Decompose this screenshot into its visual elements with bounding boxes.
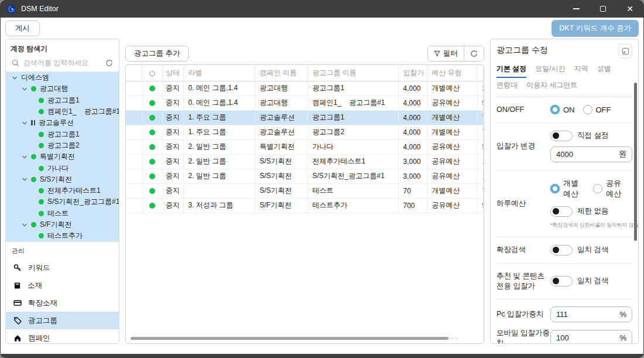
horizontal-scrollbar-thumb[interactable] bbox=[131, 337, 448, 340]
tab-성별[interactable]: 성별 bbox=[597, 63, 611, 78]
radio-shared-budget[interactable] bbox=[593, 184, 602, 193]
tree-item[interactable]: 가나다 bbox=[6, 162, 119, 173]
material-icon bbox=[13, 282, 21, 289]
tree-item[interactable]: 디에스엠 bbox=[6, 72, 119, 83]
table-row[interactable]: 중지0. 메인 그룹,1.4광고대행광고그룹14,000개별예산3 bbox=[126, 81, 484, 96]
tree-item[interactable]: 광고그룹1 bbox=[6, 95, 119, 106]
panel-vertical-scrollbar[interactable] bbox=[634, 83, 637, 241]
table-cell: 광고그룹1 bbox=[307, 81, 398, 96]
sidebar-item-키워드[interactable]: 키워드 bbox=[6, 259, 119, 277]
table-cell: 7 bbox=[477, 183, 484, 198]
tree-item[interactable]: S/S기획전_광고그룹#1 bbox=[6, 196, 119, 207]
radio-individual-budget[interactable] bbox=[550, 184, 560, 193]
key-icon bbox=[13, 264, 22, 272]
tab-요일/시간[interactable]: 요일/시간 bbox=[535, 63, 565, 78]
publish-button[interactable]: 게시 bbox=[5, 21, 40, 36]
tab-연령대[interactable]: 연령대 bbox=[496, 79, 518, 93]
tree-item[interactable]: 캠페인1_ 광고그룹#1 bbox=[6, 106, 119, 117]
account-search-bar bbox=[6, 57, 119, 72]
table-row[interactable]: 중지0. 메인 그룹,1.4광고대행캠페인1_ 광고그룹#14,000공유예산5 bbox=[126, 96, 484, 110]
search-input[interactable] bbox=[23, 59, 101, 67]
table-row[interactable]: 중지S/S기획전테스트70개별예산7 bbox=[126, 183, 484, 198]
table-cell: 4,000 bbox=[398, 125, 427, 139]
expand-panel-button[interactable] bbox=[618, 44, 632, 58]
bid-change-toggle[interactable] bbox=[550, 131, 573, 141]
table-cell: 중지 bbox=[162, 81, 183, 96]
tree-item[interactable]: 전체추가테스트1 bbox=[6, 185, 119, 196]
tree-item[interactable]: 광고그룹1 bbox=[6, 128, 119, 139]
row-status-dot bbox=[142, 125, 162, 139]
tree-item[interactable]: 광고대행 bbox=[6, 83, 119, 94]
radio-off[interactable] bbox=[583, 105, 592, 114]
tree-item[interactable]: 특별기획전 bbox=[6, 151, 119, 162]
search-refresh-button[interactable] bbox=[105, 59, 113, 67]
column-header[interactable]: 상태 bbox=[162, 65, 183, 81]
table-cell: 중지 bbox=[162, 139, 183, 154]
column-header[interactable] bbox=[477, 65, 484, 81]
mobile-weight-label: 모바일 입찰가중치 bbox=[496, 328, 550, 344]
column-header[interactable] bbox=[142, 65, 162, 81]
status-on-icon bbox=[31, 222, 36, 227]
currency-suffix: 원 bbox=[619, 149, 626, 159]
content-bid-toggle[interactable] bbox=[550, 276, 573, 287]
table-cell: S/F기획전 bbox=[255, 198, 307, 213]
sidebar-item-소재[interactable]: 소재 bbox=[6, 277, 119, 294]
sidebar-item-확장소재[interactable]: 확장소재 bbox=[6, 294, 119, 312]
filter-button[interactable]: 필터 bbox=[428, 46, 464, 61]
account-explorer-sidebar: 계정 탐색기 디에스엠광고대행광고그룹1캠페인1_ 광고그룹#1광고 bbox=[5, 39, 119, 344]
radio-on[interactable] bbox=[550, 105, 560, 114]
column-header[interactable]: 입찰가 bbox=[398, 65, 427, 81]
table-row[interactable]: 중지3. 저성과 그룹S/F기획전테스트추가700공유예산5 bbox=[126, 198, 484, 213]
row-status-dot bbox=[142, 110, 162, 125]
tree-item[interactable]: S/F기획전 bbox=[6, 219, 119, 230]
status-on-icon bbox=[39, 233, 44, 238]
column-header[interactable]: 캠페인 이름 bbox=[255, 65, 307, 81]
table-row[interactable]: 중지1. 주요 그룹광고솔루션광고그룹14,000개별예산7 bbox=[126, 110, 484, 125]
tab-지역[interactable]: 지역 bbox=[574, 63, 588, 78]
tree-item[interactable]: 광고그룹2 bbox=[6, 140, 119, 151]
add-adgroup-button[interactable]: 광고그룹 추가 bbox=[125, 46, 189, 62]
no-limit-toggle[interactable] bbox=[550, 206, 573, 217]
adgroup-edit-panel: 광고그룹 수정 기본 설정요일/시간지역성별연령대이용자 세그먼트 ON/OFF bbox=[490, 39, 639, 344]
power-icon bbox=[149, 70, 156, 77]
adgroup-table: 상태라벨캠페인 이름광고그룹 이름입찰가예산 유형 중지0. 메인 그룹,1.4… bbox=[126, 65, 484, 213]
close-button[interactable]: ✕ bbox=[616, 0, 643, 18]
column-header[interactable]: 예산 유형 bbox=[427, 65, 477, 81]
minimize-button[interactable] bbox=[563, 0, 590, 18]
table-row[interactable]: 중지2. 일반 그룹S/S기획전전체추가테스트13,000공유예산1 bbox=[126, 154, 484, 169]
maximize-button[interactable] bbox=[590, 0, 616, 18]
table-cell: 광고대행 bbox=[255, 96, 307, 110]
tree-item[interactable]: 광고솔루션 bbox=[6, 117, 119, 128]
tab-이용자 세그먼트[interactable]: 이용자 세그먼트 bbox=[526, 79, 577, 93]
table-cell: 공유예산 bbox=[427, 139, 477, 154]
table-cell: 중지 bbox=[162, 96, 183, 110]
tree-item[interactable]: 테스트추가 bbox=[6, 230, 119, 241]
mobile-weight-input[interactable] bbox=[556, 333, 619, 342]
tree-item-label: 가나다 bbox=[47, 163, 68, 173]
column-header[interactable] bbox=[126, 65, 142, 81]
column-header[interactable]: 라벨 bbox=[183, 65, 255, 81]
bid-value-input[interactable] bbox=[556, 150, 619, 159]
dkt-keyword-increase-button[interactable]: DKT 키워드 개수 증가 bbox=[551, 20, 639, 37]
sidebar-item-label: 캠페인 bbox=[28, 333, 50, 343]
pc-weight-input[interactable] bbox=[556, 310, 619, 319]
table-refresh-button[interactable] bbox=[464, 46, 484, 61]
sidebar-item-광고그룹[interactable]: 광고그룹 bbox=[6, 312, 119, 329]
tab-기본 설정[interactable]: 기본 설정 bbox=[496, 63, 526, 78]
sidebar-item-캠페인[interactable]: 캠페인 bbox=[6, 329, 119, 344]
status-on-icon bbox=[149, 144, 155, 150]
table-cell: 광고그룹2 bbox=[307, 125, 398, 139]
table-row[interactable]: 중지2. 일반 그룹S/S기획전S/S기획전_광고그룹#13,000공유예산1 bbox=[126, 169, 484, 183]
table-row[interactable]: 중지2. 일반 그룹특별기획전가나다4,000공유예산5 bbox=[126, 139, 484, 154]
radio-off-label: OFF bbox=[596, 105, 611, 114]
panel-tabs: 기본 설정요일/시간지역성별연령대이용자 세그먼트 bbox=[496, 63, 632, 97]
top-toolbar: 게시 DKT 키워드 개수 증가 bbox=[1, 18, 643, 39]
tree-item-label: 광고대행 bbox=[40, 84, 68, 94]
table-cell bbox=[126, 139, 142, 154]
tree-item[interactable]: S/S기획전 bbox=[6, 174, 119, 185]
table-cell: 2. 일반 그룹 bbox=[183, 154, 255, 169]
column-header[interactable]: 광고그룹 이름 bbox=[307, 65, 398, 81]
table-row[interactable]: 중지1. 주요 그룹광고솔루션광고그룹24,000개별예산7 bbox=[126, 125, 484, 139]
expanded-search-toggle[interactable] bbox=[550, 245, 573, 255]
tree-item[interactable]: 테스트 bbox=[6, 208, 119, 219]
